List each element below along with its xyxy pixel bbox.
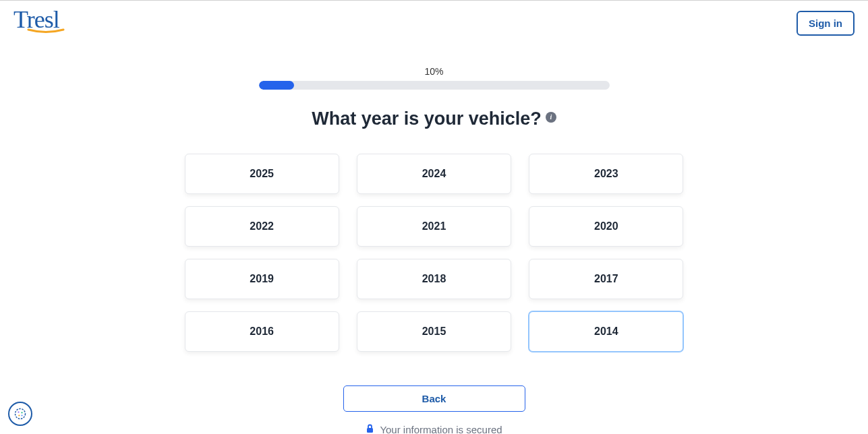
svg-point-3 [18,411,19,412]
svg-point-2 [16,409,26,419]
svg-point-6 [22,415,23,416]
year-option-2023[interactable]: 2023 [529,154,683,194]
year-option-2019[interactable]: 2019 [185,259,339,299]
year-option-2015[interactable]: 2015 [357,311,511,352]
svg-point-4 [21,412,22,413]
header: Tresl Sign in [0,0,868,46]
year-option-2021[interactable]: 2021 [357,206,511,247]
signin-button[interactable]: Sign in [797,11,855,36]
year-option-2017[interactable]: 2017 [529,259,683,299]
lock-icon [366,424,374,434]
question-row: What year is your vehicle? i [138,108,731,129]
progress-section: 10% [138,66,731,90]
secured-row: Your information is secured [138,424,731,434]
back-button[interactable]: Back [343,385,525,412]
cookie-preferences-button[interactable] [8,402,32,426]
year-option-2022[interactable]: 2022 [185,206,339,247]
year-option-2014[interactable]: 2014 [529,311,683,352]
progress-bar [259,81,610,90]
info-icon[interactable]: i [546,112,556,123]
year-option-2016[interactable]: 2016 [185,311,339,352]
svg-text:Tresl: Tresl [13,6,60,33]
main-content: 10% What year is your vehicle? i 2025202… [124,46,745,434]
progress-percent-label: 10% [138,66,731,77]
question-title: What year is your vehicle? [312,108,542,129]
svg-point-5 [18,414,20,416]
cookie-icon [13,407,27,421]
svg-rect-1 [367,428,373,433]
year-option-2025[interactable]: 2025 [185,154,339,194]
logo[interactable]: Tresl [13,6,88,40]
year-option-2024[interactable]: 2024 [357,154,511,194]
tresl-logo-icon: Tresl [13,6,88,34]
progress-fill [259,81,294,90]
secured-text: Your information is secured [380,424,502,434]
year-option-2020[interactable]: 2020 [529,206,683,247]
year-option-2018[interactable]: 2018 [357,259,511,299]
year-options-grid: 2025202420232022202120202019201820172016… [185,154,684,352]
